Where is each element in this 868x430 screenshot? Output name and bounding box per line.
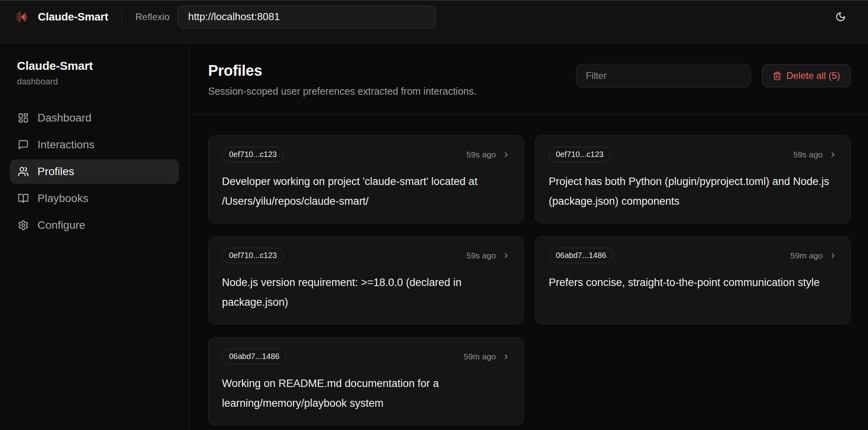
page-heading: Profiles Session-scoped user preferences… [208, 62, 477, 97]
main-content: Profiles Session-scoped user preferences… [189, 43, 868, 430]
card-meta: 59s ago [793, 150, 837, 159]
sidebar-title: Claude-Smart [17, 59, 179, 73]
theme-toggle-button[interactable] [832, 8, 849, 26]
chevron-right-icon [502, 353, 510, 361]
timestamp: 59s ago [466, 251, 496, 260]
sidebar-item-playbooks[interactable]: Playbooks [10, 186, 179, 211]
sidebar-subtitle: dashboard [17, 77, 179, 87]
card-header: 0ef710...c123 59s ago [222, 147, 510, 162]
card-meta: 59m ago [790, 251, 837, 260]
chevron-right-icon [829, 151, 837, 159]
sidebar-item-label: Profiles [37, 165, 74, 178]
sidebar-item-interactions[interactable]: Interactions [10, 133, 179, 157]
card-header: 0ef710...c123 59s ago [549, 147, 837, 162]
session-id-badge: 0ef710...c123 [549, 147, 611, 162]
profile-card[interactable]: 0ef710...c123 59s ago Project has both P… [535, 135, 851, 223]
sidebar-item-label: Dashboard [37, 112, 91, 124]
delete-all-label: Delete all (5) [786, 70, 840, 81]
main-header: Profiles Session-scoped user preferences… [208, 62, 851, 97]
header-controls: Delete all (5) [576, 64, 851, 88]
profile-text: Prefers concise, straight-to-the-point c… [549, 273, 837, 292]
session-id-badge: 0ef710...c123 [222, 147, 284, 162]
page-subtitle: Session-scoped user preferences extracte… [208, 86, 477, 97]
sidebar-item-label: Interactions [37, 138, 95, 151]
card-header: 06abd7...1486 59m ago [549, 248, 837, 263]
sidebar-nav: Dashboard Interactions Profiles [10, 106, 179, 237]
card-meta: 59s ago [466, 251, 510, 260]
profile-text: Developer working on project 'claude-sma… [222, 172, 510, 211]
session-id-badge: 0ef710...c123 [222, 248, 284, 263]
chevron-right-icon [829, 252, 837, 260]
filter-input[interactable] [576, 64, 751, 88]
header-divider [121, 9, 122, 24]
section-divider [189, 114, 868, 115]
sidebar-brand: Claude-Smart dashboard [10, 59, 179, 87]
sidebar-item-profiles[interactable]: Profiles [10, 159, 179, 184]
delete-all-button[interactable]: Delete all (5) [762, 64, 851, 87]
timestamp: 59m ago [790, 251, 823, 260]
card-header: 0ef710...c123 59s ago [222, 248, 510, 263]
profile-text: Node.js version requirement: >=18.0.0 (d… [222, 273, 510, 312]
trash-icon [773, 71, 782, 80]
profile-text: Project has both Python (plugin/pyprojec… [549, 172, 837, 211]
layout-dashboard-icon [18, 112, 29, 123]
gear-icon [18, 220, 29, 231]
users-icon [18, 166, 29, 177]
brain-spark-icon [15, 11, 28, 23]
profile-card[interactable]: 06abd7...1486 59m ago Working on README.… [208, 337, 524, 425]
profile-card[interactable]: 0ef710...c123 59s ago Developer working … [208, 135, 524, 223]
card-meta: 59s ago [466, 150, 510, 159]
chevron-right-icon [502, 151, 510, 159]
app-title: Claude-Smart [38, 11, 108, 23]
message-square-icon [18, 139, 29, 150]
reflexio-label: Reflexio [135, 11, 170, 22]
chevron-right-icon [502, 252, 510, 260]
moon-icon [835, 11, 846, 22]
profile-card[interactable]: 0ef710...c123 59s ago Node.js version re… [208, 236, 524, 324]
sidebar-item-label: Configure [37, 219, 85, 232]
sidebar: Claude-Smart dashboard Dashboard Interac… [0, 43, 189, 430]
top-bar: Claude-Smart Reflexio [0, 0, 868, 43]
sidebar-item-dashboard[interactable]: Dashboard [10, 106, 179, 130]
timestamp: 59s ago [793, 150, 823, 159]
card-meta: 59m ago [464, 352, 510, 361]
page-title: Profiles [208, 62, 477, 79]
app-layout: Claude-Smart dashboard Dashboard Interac… [0, 43, 868, 430]
card-header: 06abd7...1486 59m ago [222, 349, 510, 364]
sidebar-item-configure[interactable]: Configure [10, 213, 179, 237]
timestamp: 59s ago [466, 150, 496, 159]
sidebar-item-label: Playbooks [37, 192, 88, 205]
book-open-icon [18, 193, 29, 204]
session-id-badge: 06abd7...1486 [549, 248, 613, 263]
timestamp: 59m ago [464, 352, 496, 361]
profile-text: Working on README.md documentation for a… [222, 374, 510, 413]
profile-card[interactable]: 06abd7...1486 59m ago Prefers concise, s… [535, 236, 851, 324]
session-id-badge: 06abd7...1486 [222, 349, 287, 364]
app-brand: Claude-Smart [15, 11, 108, 23]
profile-card-grid: 0ef710...c123 59s ago Developer working … [208, 135, 851, 425]
url-input[interactable] [177, 6, 436, 28]
